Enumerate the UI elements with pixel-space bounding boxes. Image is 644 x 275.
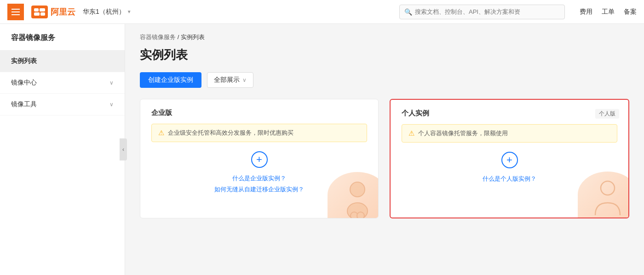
page-title: 实例列表 — [140, 47, 629, 63]
region-selector[interactable]: 华东1（杭州） ▼ — [83, 8, 132, 16]
nav-fee[interactable]: 费用 — [580, 8, 592, 16]
enterprise-avatar-icon — [337, 177, 378, 218]
enterprise-card: 企业版 ⚠ 企业级安全托管和高效分发服务，限时优惠购买 + 什么是企业版实例？ … — [140, 99, 379, 218]
sidebar: 容器镜像服务 实例列表 镜像中心 ∨ 镜像工具 ∨ ‹ — [0, 24, 125, 275]
breadcrumb-current: 实例列表 — [181, 34, 205, 40]
nav-actions: 费用 工单 备案 — [580, 8, 637, 16]
svg-point-7 — [357, 212, 364, 218]
hamburger-menu[interactable] — [7, 4, 24, 20]
enterprise-card-links: 什么是企业版实例？ 如何无缝从自建迁移企业版实例？ — [151, 174, 367, 194]
sidebar-item-label: 镜像中心 — [11, 79, 37, 87]
chevron-down-icon: ∨ — [109, 80, 114, 86]
chevron-down-icon: ∨ — [109, 101, 114, 108]
nav-ticket[interactable]: 工单 — [602, 8, 615, 16]
toolbar: 创建企业版实例 全部展示 ∨ — [140, 72, 629, 88]
svg-rect-1 — [40, 8, 45, 11]
personal-add-button[interactable]: + — [501, 152, 518, 168]
enterprise-notice-text: 企业级安全托管和高效分发服务，限时优惠购买 — [168, 129, 293, 137]
svg-point-8 — [601, 181, 615, 195]
filter-dropdown[interactable]: 全部展示 ∨ — [207, 72, 253, 88]
create-enterprise-button[interactable]: 创建企业版实例 — [140, 72, 201, 88]
sidebar-collapse-button[interactable]: ‹ — [120, 138, 127, 160]
layout: 容器镜像服务 实例列表 镜像中心 ∨ 镜像工具 ∨ ‹ 容器镜像服务 / 实例列… — [0, 24, 644, 275]
logo-text: 阿里云 — [51, 6, 75, 17]
enterprise-card-notice: ⚠ 企业级安全托管和高效分发服务，限时优惠购买 — [151, 124, 367, 142]
filter-dropdown-label: 全部展示 — [214, 76, 240, 84]
enterprise-link-1[interactable]: 什么是企业版实例？ — [151, 174, 367, 183]
sidebar-item-label: 镜像工具 — [11, 100, 37, 109]
search-icon: 🔍 — [404, 8, 412, 16]
region-label: 华东1（杭州） — [83, 8, 125, 16]
enterprise-card-title: 企业版 — [151, 109, 367, 117]
sidebar-item-image-center[interactable]: 镜像中心 ∨ — [0, 72, 125, 94]
sidebar-item-image-tools[interactable]: 镜像工具 ∨ — [0, 94, 125, 115]
warning-icon: ⚠ — [408, 129, 414, 138]
sidebar-title: 容器镜像服务 — [0, 24, 125, 51]
breadcrumb-parent[interactable]: 容器镜像服务 — [140, 34, 176, 40]
svg-rect-2 — [34, 12, 40, 16]
search-bar[interactable]: 🔍 — [399, 5, 565, 19]
search-input[interactable] — [415, 8, 560, 15]
personal-card: 个人实例 个人版 ⚠ 个人容器镜像托管服务，限额使用 + 什么是个人版实例？ — [390, 99, 629, 218]
svg-rect-0 — [34, 8, 39, 11]
logo-icon — [31, 6, 48, 18]
nav-backup[interactable]: 备案 — [624, 8, 637, 16]
svg-rect-3 — [40, 12, 45, 16]
breadcrumb: 容器镜像服务 / 实例列表 — [140, 33, 629, 41]
breadcrumb-separator: / — [178, 34, 181, 40]
personal-notice-text: 个人容器镜像托管服务，限额使用 — [418, 129, 508, 138]
personal-card-title: 个人实例 — [402, 109, 617, 118]
enterprise-link-2[interactable]: 如何无缝从自建迁移企业版实例？ — [151, 185, 367, 194]
personal-link-1[interactable]: 什么是个人版实例？ — [402, 175, 617, 183]
region-arrow-icon: ▼ — [127, 9, 132, 14]
enterprise-add-button[interactable]: + — [251, 151, 268, 168]
sidebar-item-label: 实例列表 — [11, 57, 37, 65]
cards-row: 企业版 ⚠ 企业级安全托管和高效分发服务，限时优惠购买 + 什么是企业版实例？ … — [140, 99, 629, 218]
svg-point-4 — [350, 182, 365, 197]
personal-card-links: 什么是个人版实例？ — [402, 175, 617, 183]
sidebar-item-instance-list[interactable]: 实例列表 — [0, 51, 125, 72]
logo: 阿里云 — [31, 6, 75, 18]
personal-card-notice: ⚠ 个人容器镜像托管服务，限额使用 — [402, 124, 617, 143]
top-nav: 阿里云 华东1（杭州） ▼ 🔍 费用 工单 备案 — [0, 0, 644, 24]
main-content: 容器镜像服务 / 实例列表 实例列表 创建企业版实例 全部展示 ∨ 企业版 ⚠ … — [125, 24, 644, 275]
warning-icon: ⚠ — [158, 129, 164, 137]
personal-card-badge: 个人版 — [595, 109, 619, 119]
personal-avatar-icon — [587, 176, 628, 218]
dropdown-arrow-icon: ∨ — [242, 77, 247, 83]
